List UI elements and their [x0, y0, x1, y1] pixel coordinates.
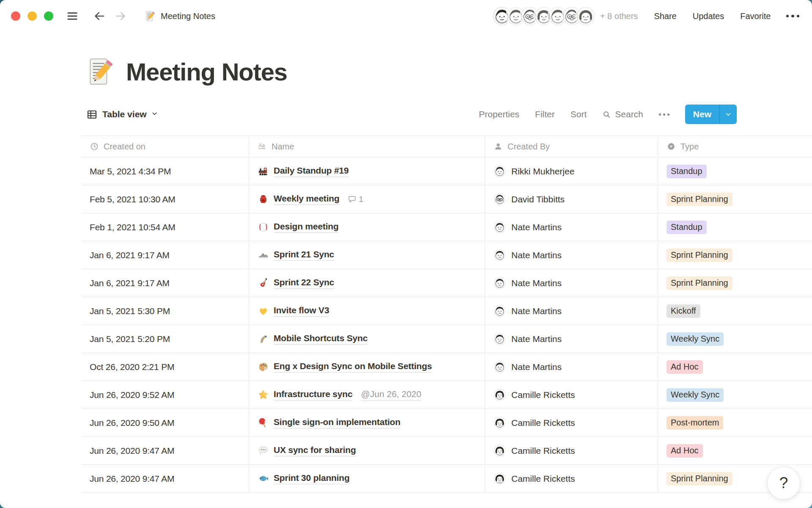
- column-header-created-on[interactable]: Created on: [81, 135, 249, 157]
- page-link[interactable]: Sprint 22 Sync: [274, 277, 334, 289]
- page-link[interactable]: Design meeting: [274, 221, 339, 233]
- name-cell[interactable]: UX sync for sharing: [249, 437, 485, 465]
- type-badge[interactable]: Weekly Sync: [667, 332, 724, 346]
- type-cell[interactable]: Weekly Sync: [658, 381, 812, 409]
- type-badge[interactable]: Sprint Planning: [667, 276, 732, 290]
- page-link[interactable]: Weekly meeting: [274, 193, 340, 205]
- more-collaborators-label[interactable]: + 8 others: [600, 11, 638, 21]
- created-by-cell[interactable]: Camille Ricketts: [485, 437, 658, 465]
- comment-count[interactable]: 1: [348, 195, 364, 204]
- collaborator-avatars[interactable]: [493, 7, 595, 25]
- created-on-cell[interactable]: Jan 6, 2021 9:17 AM: [81, 269, 249, 297]
- type-badge[interactable]: Weekly Sync: [667, 388, 724, 402]
- type-cell[interactable]: Ad Hoc: [658, 437, 812, 465]
- sidebar-menu-icon[interactable]: [66, 10, 79, 22]
- more-options-icon[interactable]: [786, 15, 800, 18]
- date-mention[interactable]: @Jun 26, 2020: [361, 389, 421, 400]
- name-cell[interactable]: Infrastructure sync @Jun 26, 2020: [249, 381, 485, 409]
- name-cell[interactable]: Sprint 22 Sync: [249, 269, 485, 297]
- created-on-cell[interactable]: Mar 5, 2021 4:34 PM: [81, 157, 249, 185]
- type-cell[interactable]: Kickoff: [658, 297, 812, 325]
- page-link[interactable]: Single sign-on implementation: [274, 417, 401, 428]
- type-badge[interactable]: Sprint Planning: [667, 472, 732, 486]
- name-cell[interactable]: Eng x Design Sync on Mobile Settings: [249, 353, 485, 381]
- share-button[interactable]: Share: [654, 11, 676, 21]
- created-on-cell[interactable]: Jan 5, 2021 5:20 PM: [81, 325, 249, 353]
- type-badge[interactable]: Kickoff: [667, 304, 700, 318]
- filter-button[interactable]: Filter: [535, 109, 555, 119]
- created-by-cell[interactable]: Camille Ricketts: [485, 465, 658, 493]
- page-link[interactable]: Eng x Design Sync on Mobile Settings: [274, 361, 432, 373]
- page-link[interactable]: Sprint 21 Sync: [274, 249, 334, 261]
- created-by-cell[interactable]: Nate Martins: [485, 297, 658, 325]
- name-cell[interactable]: Single sign-on implementation: [249, 409, 485, 437]
- created-by-cell[interactable]: David Tibbitts: [485, 185, 658, 213]
- created-by-cell[interactable]: Nate Martins: [485, 269, 658, 297]
- type-badge[interactable]: Standup: [667, 221, 707, 234]
- favorite-button[interactable]: Favorite: [740, 11, 771, 21]
- name-cell[interactable]: Design meeting: [249, 213, 485, 241]
- created-on-cell[interactable]: Jan 5, 2021 5:30 PM: [81, 297, 249, 325]
- created-by-cell[interactable]: Camille Ricketts: [485, 381, 658, 409]
- new-button[interactable]: New: [685, 105, 719, 124]
- type-badge[interactable]: Standup: [667, 165, 707, 178]
- created-by-cell[interactable]: Nate Martins: [485, 353, 658, 381]
- page-link[interactable]: Sprint 30 planning: [274, 473, 350, 484]
- minimize-button[interactable]: [27, 11, 37, 21]
- page-link[interactable]: UX sync for sharing: [274, 445, 356, 456]
- name-cell[interactable]: Sprint 30 planning: [249, 465, 485, 493]
- view-options-icon[interactable]: [659, 113, 669, 116]
- created-on-cell[interactable]: Jun 26, 2020 9:47 AM: [81, 465, 249, 493]
- type-badge[interactable]: Sprint Planning: [667, 248, 732, 262]
- type-badge[interactable]: Ad Hoc: [667, 444, 703, 458]
- created-on-cell[interactable]: Jun 26, 2020 9:52 AM: [81, 381, 249, 409]
- created-on-cell[interactable]: Jan 6, 2021 9:17 AM: [81, 241, 249, 269]
- name-cell[interactable]: Sprint 21 Sync: [249, 241, 485, 269]
- help-button[interactable]: ?: [767, 467, 800, 500]
- search-button[interactable]: Search: [602, 109, 643, 119]
- forward-arrow-icon[interactable]: [114, 10, 127, 22]
- name-cell[interactable]: Daily Standup #19: [249, 157, 485, 185]
- type-cell[interactable]: Standup: [658, 213, 812, 241]
- created-on-cell[interactable]: Oct 26, 2020 2:21 PM: [81, 353, 249, 381]
- created-by-cell[interactable]: Nate Martins: [485, 213, 658, 241]
- type-badge[interactable]: Post-mortem: [667, 416, 723, 430]
- created-by-cell[interactable]: Camille Ricketts: [485, 409, 658, 437]
- type-cell[interactable]: Sprint Planning: [658, 185, 812, 213]
- created-by-cell[interactable]: Rikki Mukherjee: [485, 157, 658, 185]
- page-link[interactable]: Invite flow V3: [274, 305, 329, 317]
- created-on-cell[interactable]: Jun 26, 2020 9:50 AM: [81, 409, 249, 437]
- column-header-type[interactable]: Type: [658, 135, 812, 157]
- type-cell[interactable]: Weekly Sync: [658, 325, 812, 353]
- properties-button[interactable]: Properties: [479, 109, 519, 119]
- created-on-cell[interactable]: Feb 5, 2021 10:30 AM: [81, 185, 249, 213]
- created-on-cell[interactable]: Feb 1, 2021 10:54 AM: [81, 213, 249, 241]
- breadcrumb-title[interactable]: Meeting Notes: [161, 11, 215, 21]
- page-title[interactable]: Meeting Notes: [126, 58, 287, 86]
- name-cell[interactable]: Mobile Shortcuts Sync: [249, 325, 485, 353]
- type-badge[interactable]: Sprint Planning: [667, 193, 732, 206]
- type-cell[interactable]: Sprint Planning: [658, 241, 812, 269]
- close-button[interactable]: [11, 11, 20, 21]
- updates-button[interactable]: Updates: [693, 11, 724, 21]
- created-on-cell[interactable]: Jun 26, 2020 9:47 AM: [81, 437, 249, 465]
- type-cell[interactable]: Ad Hoc: [658, 353, 812, 381]
- column-header-created-by[interactable]: Created By: [485, 135, 658, 157]
- created-by-cell[interactable]: Nate Martins: [485, 325, 658, 353]
- type-cell[interactable]: Standup: [658, 157, 812, 185]
- page-link[interactable]: Infrastructure sync: [274, 389, 352, 400]
- new-dropdown-button[interactable]: [720, 105, 737, 124]
- sort-button[interactable]: Sort: [571, 109, 587, 119]
- memo-icon[interactable]: [84, 56, 115, 87]
- type-cell[interactable]: Post-mortem: [658, 409, 812, 437]
- created-by-cell[interactable]: Nate Martins: [485, 241, 658, 269]
- back-arrow-icon[interactable]: [93, 10, 106, 22]
- name-cell[interactable]: Invite flow V3: [249, 297, 485, 325]
- page-link[interactable]: Daily Standup #19: [274, 166, 349, 177]
- type-badge[interactable]: Ad Hoc: [667, 360, 703, 374]
- name-cell[interactable]: Weekly meeting 1: [249, 185, 485, 213]
- type-cell[interactable]: Sprint Planning: [658, 269, 812, 297]
- page-link[interactable]: Mobile Shortcuts Sync: [274, 333, 368, 345]
- zoom-button[interactable]: [44, 11, 53, 21]
- column-header-name[interactable]: AaName: [249, 135, 485, 157]
